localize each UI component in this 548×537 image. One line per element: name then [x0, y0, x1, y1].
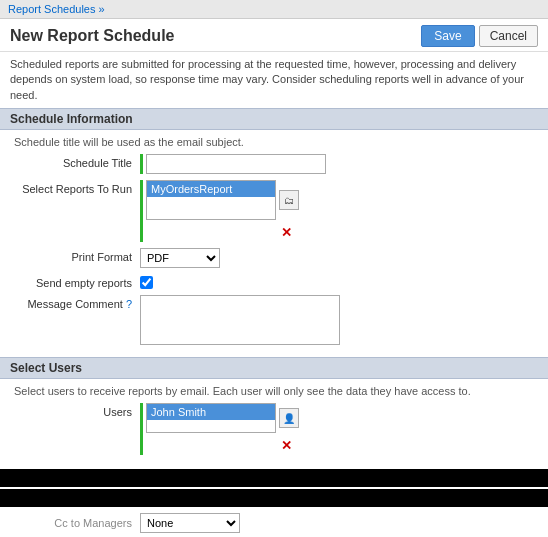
select-reports-control: MyOrdersReport 🗂 ✕ [140, 180, 538, 242]
schedule-title-control [140, 154, 538, 174]
header-buttons: Save Cancel [421, 25, 538, 47]
users-listbox-row: John Smith 👤 [146, 403, 299, 433]
schedule-title-subnote: Schedule title will be used as the email… [10, 136, 538, 148]
select-reports-label: Select Reports To Run [10, 180, 140, 195]
cc-managers-select[interactable]: None All Managers Direct Manager [140, 513, 240, 533]
add-report-button[interactable]: 🗂 [279, 190, 299, 210]
print-format-row: Print Format PDF Excel CSV [10, 248, 538, 268]
select-users-section-header: Select Users [0, 357, 548, 379]
select-users-form: Select users to receive reports by email… [0, 379, 548, 467]
users-label: Users [10, 403, 140, 418]
select-users-note: Select users to receive reports by email… [10, 385, 538, 397]
schedule-information-form: Schedule title will be used as the email… [0, 130, 548, 357]
message-comment-label: Message Comment ? [10, 295, 140, 310]
redacted-bar-1 [0, 469, 548, 487]
remove-user-button[interactable]: ✕ [276, 435, 296, 455]
send-empty-row: Send empty reports [10, 274, 538, 289]
header-save-button[interactable]: Save [421, 25, 474, 47]
print-format-select[interactable]: PDF Excel CSV [140, 248, 220, 268]
select-reports-row: Select Reports To Run MyOrdersReport 🗂 ✕ [10, 180, 538, 242]
message-comment-row: Message Comment ? [10, 295, 538, 345]
message-comment-textarea[interactable] [140, 295, 340, 345]
send-empty-label: Send empty reports [10, 274, 140, 289]
schedule-information-section-header: Schedule Information [0, 108, 548, 130]
remove-report-button[interactable]: ✕ [276, 222, 296, 242]
breadcrumb[interactable]: Report Schedules » [0, 0, 548, 19]
message-comment-control [140, 295, 538, 345]
send-empty-control [140, 274, 538, 289]
description-text: Scheduled reports are submitted for proc… [0, 52, 548, 108]
print-format-label: Print Format [10, 248, 140, 263]
schedule-title-input[interactable] [146, 154, 326, 174]
schedule-title-label: Schedule Title [10, 154, 140, 169]
users-row: Users John Smith 👤 ✕ [10, 403, 538, 455]
reports-list-box[interactable]: MyOrdersReport [146, 180, 276, 220]
users-list-item[interactable]: John Smith [147, 404, 275, 420]
schedule-title-row: Schedule Title [10, 154, 538, 174]
users-control: John Smith 👤 ✕ [140, 403, 538, 455]
page-header: New Report Schedule Save Cancel [0, 19, 548, 52]
add-user-button[interactable]: 👤 [279, 408, 299, 428]
reports-listbox-row: MyOrdersReport 🗂 [146, 180, 299, 220]
users-list-box[interactable]: John Smith [146, 403, 276, 433]
reports-listbox-wrapper: MyOrdersReport 🗂 ✕ [146, 180, 299, 242]
users-listbox-wrapper: John Smith 👤 ✕ [146, 403, 299, 455]
redacted-bar-2 [0, 489, 548, 507]
reports-list-item[interactable]: MyOrdersReport [147, 181, 275, 197]
message-comment-help-icon[interactable]: ? [126, 298, 132, 310]
header-cancel-button[interactable]: Cancel [479, 25, 538, 47]
cc-managers-row: Cc to Managers None All Managers Direct … [0, 509, 548, 537]
send-empty-checkbox[interactable] [140, 276, 153, 289]
page-title: New Report Schedule [10, 27, 174, 45]
cc-managers-label: Cc to Managers [10, 517, 140, 529]
print-format-control: PDF Excel CSV [140, 248, 538, 268]
breadcrumb-link[interactable]: Report Schedules » [8, 3, 105, 15]
